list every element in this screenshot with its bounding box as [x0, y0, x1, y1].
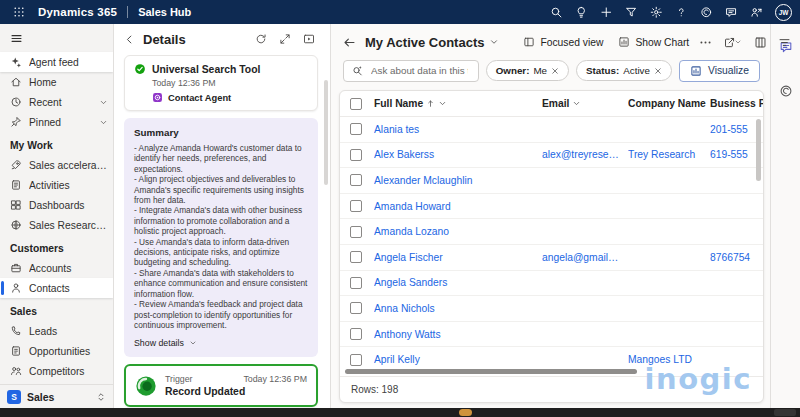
cell-full-name[interactable]: Amanda Howard	[374, 201, 542, 212]
table-search-input[interactable]	[369, 64, 470, 77]
back-arrow-icon[interactable]	[343, 36, 356, 49]
column-header-business-phone[interactable]: Business Ph	[710, 98, 763, 109]
cell-full-name[interactable]: Angela Sanders	[374, 277, 542, 288]
expand-icon[interactable]	[275, 30, 294, 48]
cell-full-name[interactable]: Amanda Lozano	[374, 226, 542, 237]
chevron-down-icon[interactable]	[438, 99, 447, 108]
cell-email[interactable]: alex@treyresearc...	[542, 149, 628, 160]
focused-view-button[interactable]: Focused view	[518, 31, 608, 53]
cell-email[interactable]: angela@gmail.com	[542, 252, 628, 263]
cell-full-name[interactable]: Anna Nichols	[374, 303, 542, 314]
cell-company[interactable]: Mangoes LTD	[628, 354, 710, 365]
share-icon[interactable]	[717, 31, 747, 53]
cell-full-name[interactable]: Angela Fischer	[374, 252, 542, 263]
settings-gear-icon[interactable]	[644, 1, 669, 23]
table-row[interactable]: Amanda Howard	[340, 194, 763, 220]
filter-lines-icon[interactable]	[773, 31, 795, 53]
add-icon[interactable]	[594, 1, 619, 23]
row-checkbox[interactable]	[350, 277, 362, 289]
row-checkbox[interactable]	[350, 302, 362, 314]
column-header-email[interactable]: Email	[542, 98, 628, 109]
table-row[interactable]: Amanda Lozano	[340, 219, 763, 245]
chat-icon[interactable]	[719, 1, 744, 23]
row-checkbox[interactable]	[350, 123, 362, 135]
sidebar-item-leads[interactable]: Leads	[0, 321, 113, 341]
avatar[interactable]: JW	[775, 4, 792, 21]
chevron-down-icon[interactable]	[572, 99, 581, 108]
cell-full-name[interactable]: Anthony Watts	[374, 329, 542, 340]
view-title[interactable]: My Active Contacts	[365, 35, 484, 50]
chevron-down-icon[interactable]	[99, 118, 108, 127]
row-checkbox[interactable]	[350, 200, 362, 212]
filter-funnel-icon[interactable]	[619, 1, 644, 23]
sidebar-item-activities[interactable]: Activities	[0, 175, 113, 195]
remove-filter-icon[interactable]	[654, 67, 662, 75]
edit-columns-icon[interactable]	[749, 31, 771, 53]
sidebar-item-home[interactable]: Home	[0, 72, 113, 92]
trigger-card[interactable]: Trigger Today 12:36 PM Record Updated	[124, 364, 318, 407]
sidebar-item-dashboards[interactable]: Dashboards	[0, 195, 113, 215]
visualize-button[interactable]: Visualize	[679, 60, 760, 82]
table-row[interactable]: Alania tes 201-555	[340, 117, 763, 143]
row-checkbox[interactable]	[350, 226, 362, 238]
column-header-full-name[interactable]: Full Name	[374, 98, 542, 109]
trigger-title: Record Updated	[165, 386, 307, 397]
chevron-down-icon[interactable]	[99, 98, 108, 107]
details-scrollbar[interactable]	[324, 80, 328, 185]
row-checkbox[interactable]	[350, 174, 362, 186]
open-pane-icon[interactable]	[299, 30, 318, 48]
lightbulb-icon[interactable]	[569, 1, 594, 23]
row-checkbox[interactable]	[350, 354, 362, 366]
column-header-company[interactable]: Company Name	[628, 98, 710, 109]
table-row[interactable]: Alex Bakerss alex@treyresearc... Trey Re…	[340, 143, 763, 169]
sidebar-item-recent[interactable]: Recent	[0, 92, 113, 112]
tool-card[interactable]: Universal Search Tool Today 12:36 PM Con…	[124, 55, 318, 111]
cell-full-name[interactable]: April Kelly	[374, 354, 542, 365]
copilot-icon[interactable]	[694, 1, 719, 23]
row-checkbox[interactable]	[350, 251, 362, 263]
more-commands-icon[interactable]	[699, 31, 712, 53]
table-vertical-scrollbar[interactable]	[756, 119, 761, 181]
person-share-icon[interactable]	[744, 1, 769, 23]
show-details-toggle[interactable]: Show details	[134, 338, 308, 348]
row-checkbox[interactable]	[350, 149, 362, 161]
sidebar-item-agent-feed[interactable]: Agent feed	[0, 52, 113, 72]
cell-full-name[interactable]: Alania tes	[374, 124, 542, 135]
horizontal-scrollbar-thumb[interactable]	[345, 369, 637, 374]
table-row[interactable]: Angela Sanders	[340, 271, 763, 297]
sidebar-item-accounts[interactable]: Accounts	[0, 258, 113, 278]
sidebar-item-pinned[interactable]: Pinned	[0, 112, 113, 132]
sidebar-item-sales-accelerator[interactable]: Sales accelerator	[0, 155, 113, 175]
sidebar-item-sales-research-ag[interactable]: Sales Research Ag...	[0, 215, 113, 235]
select-all-checkbox[interactable]	[350, 98, 362, 110]
summary-line: - Analyze Amanda Howard's customer data …	[134, 143, 308, 174]
waffle-icon[interactable]	[8, 1, 30, 23]
table-row[interactable]: Angela Fischer angela@gmail.com 8766754	[340, 245, 763, 271]
show-chart-button[interactable]: Show Chart	[613, 31, 694, 53]
row-checkbox[interactable]	[350, 328, 362, 340]
cell-phone[interactable]: 8766754	[710, 252, 763, 263]
details-back-icon[interactable]	[124, 31, 138, 47]
table-row[interactable]: Alexander Mclaughlin	[340, 168, 763, 194]
cell-full-name[interactable]: Alexander Mclaughlin	[374, 175, 542, 186]
filter-pill-owner[interactable]: Owner: Me	[486, 60, 569, 81]
table-row[interactable]: Anna Nichols	[340, 296, 763, 322]
table-row[interactable]: Anthony Watts	[340, 322, 763, 348]
sidebar-item-opportunities[interactable]: Opportunities	[0, 341, 113, 361]
remove-filter-icon[interactable]	[551, 67, 559, 75]
refresh-icon[interactable]	[251, 30, 270, 48]
menu-icon[interactable]	[0, 27, 113, 49]
table-row[interactable]: April Kelly Mangoes LTD	[340, 347, 763, 367]
sidebar-item-competitors[interactable]: Competitors	[0, 361, 113, 381]
help-icon[interactable]	[669, 1, 694, 23]
cell-full-name[interactable]: Alex Bakerss	[374, 149, 542, 160]
view-selector-chevron-icon[interactable]	[489, 37, 499, 47]
sidebar-item-contacts[interactable]: Contacts	[0, 278, 113, 298]
cell-company[interactable]: Trey Research	[628, 149, 710, 160]
area-switcher[interactable]: S Sales	[0, 384, 113, 408]
copilot-icon[interactable]	[776, 81, 796, 101]
taskbar-app-icon[interactable]	[459, 409, 472, 416]
filter-pill-status[interactable]: Status: Active	[576, 60, 672, 81]
app-title[interactable]: Sales Hub	[138, 6, 191, 18]
search-icon[interactable]	[544, 1, 569, 23]
